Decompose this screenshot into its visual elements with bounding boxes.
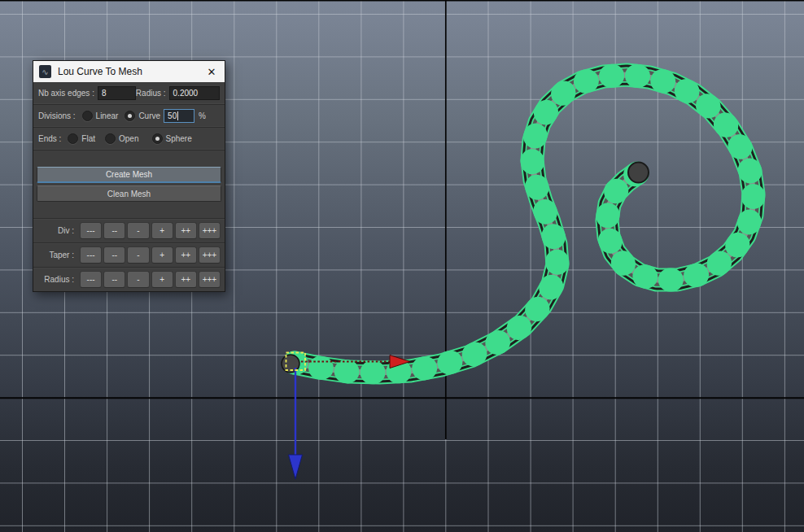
maya-viewport[interactable]: ∿ Lou Curve To Mesh ✕ Nb axis edges : 8 … bbox=[0, 0, 804, 532]
radio-curve[interactable] bbox=[125, 111, 135, 121]
radio-flat[interactable] bbox=[68, 133, 78, 144]
radius-plus2-button[interactable]: ++ bbox=[175, 271, 197, 288]
div-minus2-button[interactable]: -- bbox=[103, 222, 125, 239]
create-mesh-button[interactable]: Create Mesh bbox=[37, 167, 221, 183]
radio-sphere-label: Sphere bbox=[166, 134, 192, 143]
nb-axis-edges-field[interactable]: 8 bbox=[98, 86, 136, 100]
div-plus2-button[interactable]: ++ bbox=[175, 222, 197, 239]
taper-minus2-button[interactable]: -- bbox=[103, 246, 125, 264]
taper-plus2-button[interactable]: ++ bbox=[175, 246, 197, 264]
radius-adjust-label: Radius : bbox=[37, 275, 79, 284]
taper-adjust-row: Taper : --- -- - + ++ +++ bbox=[33, 243, 225, 268]
taper-minus1-button[interactable]: - bbox=[127, 246, 149, 264]
clean-mesh-button[interactable]: Clean Mesh bbox=[37, 185, 221, 202]
radio-curve-label: Curve bbox=[138, 111, 160, 120]
taper-minus3-button[interactable]: --- bbox=[80, 246, 102, 264]
radius-plus1-button[interactable]: + bbox=[151, 271, 173, 288]
div-plus3-button[interactable]: +++ bbox=[199, 222, 221, 239]
div-minus3-button[interactable]: --- bbox=[80, 222, 102, 239]
nb-axis-edges-label: Nb axis edges : bbox=[38, 89, 94, 98]
divisions-label: Divisions : bbox=[38, 111, 76, 120]
div-plus1-button[interactable]: + bbox=[151, 222, 173, 239]
radius-adjust-row: Radius : --- -- - + ++ +++ bbox=[33, 268, 225, 291]
row-divisions: Divisions : Linear Curve 50 % bbox=[33, 105, 225, 128]
radius-field[interactable]: 0.2000 bbox=[169, 86, 220, 100]
radio-open[interactable] bbox=[105, 133, 116, 144]
radius-label: Radius : bbox=[136, 89, 166, 98]
window-title: Lou Curve To Mesh bbox=[58, 66, 204, 77]
lou-curve-to-mesh-window: ∿ Lou Curve To Mesh ✕ Nb axis edges : 8 … bbox=[33, 60, 225, 292]
main-buttons: Create Mesh Clean Mesh bbox=[33, 150, 225, 207]
mesh-end-cap bbox=[628, 163, 649, 183]
taper-plus3-button[interactable]: +++ bbox=[199, 246, 221, 264]
radius-minus2-button[interactable]: -- bbox=[103, 271, 125, 288]
row-axis-radius: Nb axis edges : 8 Radius : 0.2000 bbox=[33, 82, 225, 105]
div-minus1-button[interactable]: - bbox=[127, 222, 149, 239]
radio-sphere[interactable] bbox=[152, 133, 163, 144]
divisions-percent-field[interactable]: 50 bbox=[164, 109, 194, 123]
radius-plus3-button[interactable]: +++ bbox=[199, 271, 221, 288]
text-caret bbox=[177, 111, 178, 120]
row-ends: Ends : Flat Open Sphere bbox=[33, 128, 225, 150]
radius-minus1-button[interactable]: - bbox=[127, 271, 149, 288]
ends-label: Ends : bbox=[38, 134, 61, 143]
radio-linear-label: Linear bbox=[96, 111, 119, 120]
div-adjust-row: Div : --- -- - + ++ +++ bbox=[33, 219, 225, 243]
radio-flat-label: Flat bbox=[81, 134, 95, 143]
taper-plus1-button[interactable]: + bbox=[151, 246, 173, 264]
curve-mesh[interactable] bbox=[282, 75, 754, 373]
percent-label: % bbox=[199, 111, 206, 120]
taper-label: Taper : bbox=[37, 251, 79, 259]
radio-linear[interactable] bbox=[82, 111, 93, 121]
manipulator-y-arrow[interactable] bbox=[289, 455, 303, 479]
radius-minus3-button[interactable]: --- bbox=[80, 271, 102, 288]
close-icon[interactable]: ✕ bbox=[204, 66, 219, 78]
window-titlebar[interactable]: ∿ Lou Curve To Mesh ✕ bbox=[33, 61, 225, 82]
radio-open-label: Open bbox=[119, 134, 138, 143]
adjust-section: Div : --- -- - + ++ +++ Taper : --- -- -… bbox=[33, 218, 225, 291]
div-label: Div : bbox=[37, 226, 79, 235]
window-icon: ∿ bbox=[39, 65, 51, 78]
